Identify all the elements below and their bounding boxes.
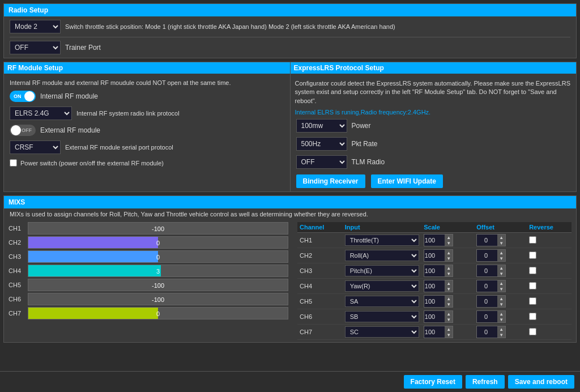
col-scale: Scale	[421, 222, 474, 233]
ch2-offset-down[interactable]: ▼	[497, 255, 505, 261]
ch2-scale-down[interactable]: ▼	[445, 255, 453, 261]
ch7-offset-up[interactable]: ▲	[497, 326, 505, 332]
expresslrs-panel: ExpressLRS Protocol Setup Configurator c…	[291, 62, 577, 191]
ch5-input-select[interactable]: Throttle(T)Roll(A)Pitch(E)Yaw(R)SASBSC	[345, 296, 420, 307]
ch5-scale-up[interactable]: ▲	[445, 296, 453, 301]
ch4-input-select[interactable]: Throttle(T)Roll(A)Pitch(E)Yaw(R)SASBSC	[345, 280, 420, 292]
ch7-reverse-checkbox[interactable]	[529, 328, 536, 335]
ch5-offset-down[interactable]: ▼	[497, 301, 505, 307]
ch1-offset-down[interactable]: ▼	[497, 240, 505, 246]
ch1-scale-input[interactable]	[424, 235, 445, 246]
ch1-input-select[interactable]: Throttle(T)Roll(A)Pitch(E)Yaw(R)SASBSC	[345, 235, 420, 246]
pkt-select[interactable]: 50Hz 150Hz 250Hz 500Hz	[296, 137, 347, 151]
ch7-bar-row: CH7 0	[8, 307, 288, 319]
row-ch: CH3	[297, 263, 343, 279]
ch3-scale-down[interactable]: ▼	[445, 271, 453, 276]
ch1-offset-spinbox: ▲▼	[476, 234, 506, 246]
ch2-value: 0	[28, 237, 288, 249]
internal-rf-toggle[interactable]: ON	[10, 91, 36, 102]
mode-select[interactable]: Mode 1 Mode 2 Mode 3 Mode 4	[10, 20, 61, 33]
ch5-offset-input[interactable]	[477, 296, 497, 307]
external-rf-toggle[interactable]: OFF	[10, 125, 36, 136]
ch6-scale-up[interactable]: ▲	[445, 311, 453, 317]
save-reboot-button[interactable]: Save and reboot	[508, 375, 574, 389]
ch5-value: -100	[28, 279, 288, 292]
ch2-bar-row: CH2 0	[8, 236, 288, 249]
col-channel: Channel	[297, 222, 343, 233]
ch6-scale-input[interactable]	[424, 311, 445, 322]
row-ch: CH2	[297, 248, 343, 263]
ch3-bar-container: 0	[28, 250, 288, 263]
ch7-offset-down[interactable]: ▼	[497, 332, 505, 338]
radio-setup-panel: Radio Setup Mode 1 Mode 2 Mode 3 Mode 4 …	[3, 3, 577, 58]
ch7-input-select[interactable]: Throttle(T)Roll(A)Pitch(E)Yaw(R)SASBSC	[345, 326, 420, 338]
ch3-scale-up[interactable]: ▲	[445, 265, 453, 271]
ch6-offset-input[interactable]	[477, 311, 497, 322]
ch3-offset-down[interactable]: ▼	[497, 271, 505, 276]
ch5-scale-down[interactable]: ▼	[445, 301, 453, 307]
tlm-select[interactable]: OFF 1:128 1:64 1:32	[296, 155, 347, 169]
ch7-offset-input[interactable]	[477, 326, 497, 338]
ch1-label: CH1	[8, 225, 25, 232]
ch6-label: CH6	[8, 296, 25, 302]
ch1-reverse-checkbox[interactable]	[529, 236, 536, 244]
rf-protocol-label: Internal RF system radio link protocol	[76, 110, 180, 117]
trainer-select[interactable]: OFF Master Slave	[10, 41, 61, 54]
ch1-scale-up[interactable]: ▲	[445, 235, 453, 240]
ch6-offset-down[interactable]: ▼	[497, 317, 505, 322]
ch4-offset-down[interactable]: ▼	[497, 286, 505, 292]
ch3-offset-input[interactable]	[477, 265, 497, 276]
ch3-reverse-checkbox[interactable]	[529, 267, 536, 274]
wifi-update-button[interactable]: Enter WIFI Update	[371, 174, 443, 188]
ch5-reverse-checkbox[interactable]	[529, 297, 536, 305]
ch2-label: CH2	[8, 239, 25, 246]
ch4-value: 3	[28, 265, 288, 278]
row-ch: CH1	[297, 233, 343, 248]
ch7-scale-up[interactable]: ▲	[445, 326, 453, 332]
ch6-offset-up[interactable]: ▲	[497, 311, 505, 317]
ch2-offset-input[interactable]	[477, 250, 497, 261]
ch1-offset-input[interactable]	[477, 235, 497, 246]
col-offset: Offset	[474, 222, 527, 233]
power-switch-checkbox[interactable]	[10, 159, 17, 167]
ch4-offset-input[interactable]	[477, 280, 497, 292]
power-select[interactable]: 50mw 100mw 250mw 500mw	[296, 119, 347, 133]
ch7-label: CH7	[8, 310, 25, 317]
row-ch: CH4	[297, 279, 343, 294]
ch2-scale-input[interactable]	[424, 250, 445, 261]
ch4-offset-up[interactable]: ▲	[497, 280, 505, 286]
power-switch-row: Power switch (power on/off the external …	[4, 156, 290, 169]
ch1-scale-down[interactable]: ▼	[445, 240, 453, 246]
ch4-offset-spinbox: ▲▼	[476, 280, 506, 292]
ch6-input-select[interactable]: Throttle(T)Roll(A)Pitch(E)Yaw(R)SASBSC	[345, 311, 420, 322]
ch4-scale-down[interactable]: ▼	[445, 286, 453, 292]
rf-protocol-select[interactable]: ELRS 2.4G CRSF SBUS	[10, 106, 72, 120]
ch5-scale-input[interactable]	[424, 296, 445, 307]
ch4-scale-up[interactable]: ▲	[445, 280, 453, 286]
ch7-offset-spinbox: ▲▼	[476, 326, 506, 338]
row-ch: CH7	[297, 325, 343, 340]
ch6-reverse-checkbox[interactable]	[529, 313, 536, 320]
ch2-offset-spinbox: ▲▼	[476, 249, 506, 262]
ch2-offset-up[interactable]: ▲	[497, 250, 505, 255]
ch6-scale-down[interactable]: ▼	[445, 317, 453, 322]
external-serial-select[interactable]: CRSF SBUS SRXL2	[10, 140, 61, 154]
ch3-offset-up[interactable]: ▲	[497, 265, 505, 271]
ch7-scale-input[interactable]	[424, 326, 445, 338]
ch2-input-select[interactable]: Throttle(T)Roll(A)Pitch(E)Yaw(R)SASBSC	[345, 250, 420, 261]
ch3-scale-input[interactable]	[424, 265, 445, 276]
ch5-offset-up[interactable]: ▲	[497, 296, 505, 301]
ch2-reverse-checkbox[interactable]	[529, 252, 536, 259]
col-reverse: Reverse	[527, 222, 572, 233]
ch7-scale-down[interactable]: ▼	[445, 332, 453, 338]
ch2-scale-up[interactable]: ▲	[445, 250, 453, 255]
binding-receiver-button[interactable]: Binding Receiver	[296, 174, 365, 188]
ch1-offset-up[interactable]: ▲	[497, 235, 505, 240]
ch3-input-select[interactable]: Throttle(T)Roll(A)Pitch(E)Yaw(R)SASBSC	[345, 265, 420, 276]
refresh-button[interactable]: Refresh	[466, 375, 505, 389]
ch4-scale-input[interactable]	[424, 280, 445, 292]
ch4-reverse-checkbox[interactable]	[529, 282, 536, 289]
factory-reset-button[interactable]: Factory Reset	[404, 375, 462, 389]
ch6-bar-row: CH6 -100	[8, 293, 288, 305]
mixs-table-container: Channel Input Scale Offset Reverse CH1 T…	[293, 220, 576, 342]
